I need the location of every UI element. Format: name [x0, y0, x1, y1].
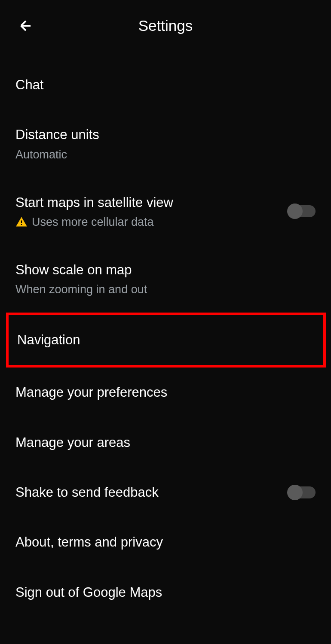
setting-subtitle: Automatic — [15, 148, 316, 161]
setting-chat[interactable]: Chat — [0, 60, 331, 110]
page-title: Settings — [17, 17, 314, 34]
toggle-knob — [287, 485, 303, 500]
setting-title: Manage your areas — [15, 434, 316, 451]
setting-about[interactable]: About, terms and privacy — [0, 517, 331, 567]
setting-title: Start maps in satellite view — [15, 194, 288, 211]
setting-subtitle: When zooming in and out — [15, 283, 316, 296]
toggle-knob — [287, 204, 303, 219]
header: Settings — [0, 0, 331, 52]
shake-feedback-toggle[interactable] — [288, 486, 316, 498]
setting-navigation[interactable]: Navigation — [6, 313, 326, 368]
setting-title: Distance units — [15, 126, 316, 143]
setting-distance-units[interactable]: Distance units Automatic — [0, 110, 331, 177]
setting-title: About, terms and privacy — [15, 534, 316, 551]
setting-title: Sign out of Google Maps — [15, 584, 316, 601]
setting-subtitle: Uses more cellular data — [15, 216, 288, 229]
setting-manage-preferences[interactable]: Manage your preferences — [0, 368, 331, 417]
warning-icon — [15, 216, 28, 228]
setting-subtitle-text: Uses more cellular data — [32, 216, 154, 229]
setting-title: Navigation — [17, 331, 315, 349]
setting-satellite-view[interactable]: Start maps in satellite view Uses more c… — [0, 178, 331, 245]
setting-sign-out[interactable]: Sign out of Google Maps — [0, 568, 331, 617]
setting-title: Show scale on map — [15, 261, 316, 279]
satellite-view-toggle[interactable] — [288, 205, 316, 217]
setting-manage-areas[interactable]: Manage your areas — [0, 418, 331, 468]
settings-list: Chat Distance units Automatic Start maps… — [0, 52, 331, 626]
setting-shake-feedback[interactable]: Shake to send feedback — [0, 468, 331, 517]
setting-title: Manage your preferences — [15, 384, 316, 401]
setting-scale-on-map[interactable]: Show scale on map When zooming in and ou… — [0, 245, 331, 313]
setting-title: Chat — [15, 76, 316, 94]
setting-title: Shake to send feedback — [15, 484, 288, 501]
